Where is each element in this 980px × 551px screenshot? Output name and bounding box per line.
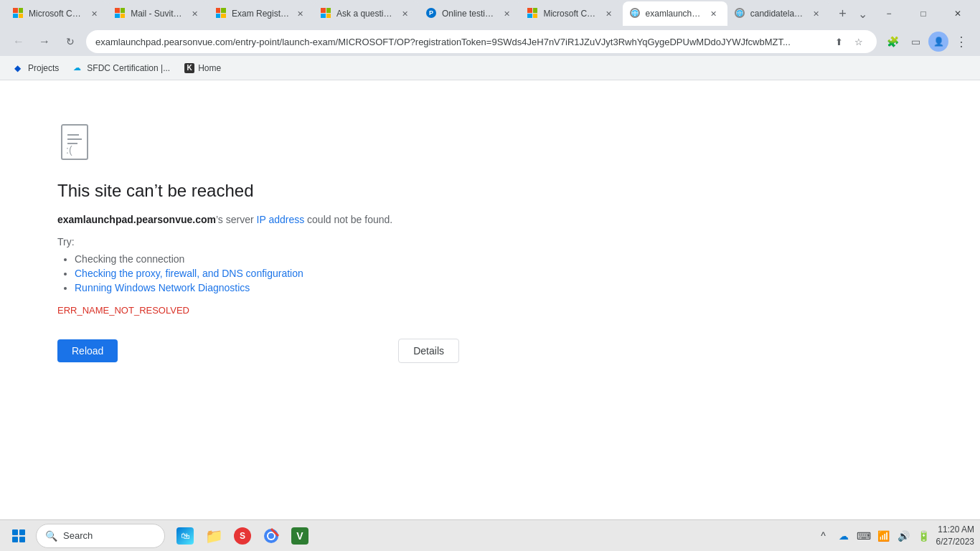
windows-logo-icon <box>12 529 25 542</box>
exam-favicon <box>216 8 227 19</box>
k-favicon: K <box>184 63 194 73</box>
tab-ask[interactable]: Ask a questio... ✕ <box>314 1 419 26</box>
details-button[interactable]: Details <box>398 339 459 363</box>
ip-address-link[interactable]: IP address <box>257 214 305 225</box>
tab-label-2: Mail - Suvith... <box>131 9 184 19</box>
tab-candidatelaunchpad[interactable]: 🌐 candidatelau... ✕ <box>727 1 830 26</box>
tab-label-5: Online testin... <box>442 9 496 19</box>
error-title: This site can’t be reached <box>57 181 459 201</box>
globe-favicon-1: 🌐 <box>630 8 641 19</box>
broken-page-svg: :( <box>57 123 95 161</box>
error-page: :( This site can’t be reached examlaunch… <box>0 80 980 519</box>
tab-mail[interactable]: Mail - Suvith... ✕ <box>108 1 209 26</box>
taskbar-search-box[interactable]: 🔍 Search <box>36 524 165 548</box>
tab-microsoft-ce-1[interactable]: Microsoft Ce... ✕ <box>6 1 108 26</box>
tab-close-4[interactable]: ✕ <box>399 7 412 20</box>
bookmark-projects-label: Projects <box>28 63 59 73</box>
title-bar: Microsoft Ce... ✕ Mail - Suvith... ✕ Exa… <box>0 0 980 27</box>
url-bar[interactable]: examlaunchpad.pearsonvue.com/entry-point… <box>86 30 877 53</box>
maximize-button[interactable]: □ <box>907 2 940 25</box>
tab-close-5[interactable]: ✕ <box>500 7 513 20</box>
keyboard-icon[interactable]: ⌨ <box>856 528 872 544</box>
wifi-icon[interactable]: 📶 <box>876 528 892 544</box>
chrome-browser: Microsoft Ce... ✕ Mail - Suvith... ✕ Exa… <box>0 0 980 80</box>
error-desc-middle: ’s server <box>216 214 257 225</box>
tab-close-7[interactable]: ✕ <box>707 7 720 20</box>
error-desc-end: could not be found. <box>304 214 392 225</box>
taskbar-system-tray: ^ ☁ ⌨ 📶 🔊 🔋 11:20 AM 6/27/2023 <box>816 524 974 548</box>
tab-close-3[interactable]: ✕ <box>293 7 306 20</box>
tab-close-1[interactable]: ✕ <box>88 7 100 20</box>
close-button[interactable]: ✕ <box>941 2 974 25</box>
minimize-button[interactable]: − <box>872 2 905 25</box>
pv-favicon: P <box>426 8 438 19</box>
bookmark-home[interactable]: K Home <box>179 60 227 77</box>
forward-button[interactable]: → <box>34 32 55 52</box>
error-domain: examlaunchpad.pearsonvue.com <box>57 214 216 225</box>
tab-close-6[interactable]: ✕ <box>603 7 616 20</box>
error-description: examlaunchpad.pearsonvue.com’s server IP… <box>57 212 459 227</box>
window-controls: − □ ✕ <box>872 2 974 25</box>
ask-favicon <box>321 8 332 19</box>
taskbar-chrome[interactable] <box>258 523 284 549</box>
new-tab-button[interactable]: + <box>833 4 853 24</box>
system-clock[interactable]: 11:20 AM 6/27/2023 <box>936 524 974 548</box>
svg-text::(: :( <box>66 144 72 156</box>
error-icon: :( <box>57 123 459 164</box>
extensions-puzzle-icon[interactable]: 🧩 <box>882 32 903 52</box>
tab-close-2[interactable]: ✕ <box>189 7 202 20</box>
bookmark-projects[interactable]: ◆ Projects <box>9 60 65 77</box>
action-buttons-row: Reload Details <box>57 339 459 363</box>
error-container: :( This site can’t be reached examlaunch… <box>57 123 459 363</box>
share-icon[interactable]: ⬆ <box>830 33 847 50</box>
clock-time: 11:20 AM <box>936 524 974 536</box>
profile-avatar[interactable]: 👤 <box>928 32 948 52</box>
error-code: ERR_NAME_NOT_RESOLVED <box>57 305 459 316</box>
ms-favicon-2 <box>527 8 539 19</box>
bookmark-star-icon[interactable]: ☆ <box>850 33 867 50</box>
tab-online-testing[interactable]: P Online testin... ✕ <box>419 1 521 26</box>
chrome-menu-button[interactable]: ⋮ <box>951 32 971 52</box>
url-text: examlaunchpad.pearsonvue.com/entry-point… <box>95 37 826 47</box>
suggestions-list: Checking the connection Checking the pro… <box>57 253 459 293</box>
sidebar-icon[interactable]: ▭ <box>905 32 925 52</box>
sfdc-favicon: ☁ <box>73 63 83 73</box>
start-button[interactable] <box>6 523 32 549</box>
search-icon: 🔍 <box>45 530 57 542</box>
url-actions: ⬆ ☆ <box>830 33 867 50</box>
bookmark-sfdc-label: SFDC Certification |... <box>87 63 170 73</box>
system-tray-overflow-icon[interactable]: ^ <box>816 528 831 544</box>
clock-date: 6/27/2023 <box>936 536 974 548</box>
tab-label-3: Exam Registr... <box>232 9 289 19</box>
volume-icon[interactable]: 🔊 <box>896 528 912 544</box>
tab-close-8[interactable]: ✕ <box>810 7 823 20</box>
suggestion-item-1: Checking the connection <box>75 253 459 265</box>
tab-label-1: Microsoft Ce... <box>29 9 83 19</box>
taskbar-app-red[interactable]: S <box>230 523 255 549</box>
tab-microsoft-ce-2[interactable]: Microsoft Ce... ✕ <box>520 1 622 26</box>
battery-icon[interactable]: 🔋 <box>916 528 932 544</box>
reload-button[interactable]: Reload <box>57 339 118 362</box>
bookmarks-bar: ◆ Projects ☁ SFDC Certification |... K H… <box>0 56 980 80</box>
back-button[interactable]: ← <box>9 32 29 52</box>
taskbar-app-v[interactable]: V <box>287 523 313 549</box>
tab-label-7: examlaunchp... <box>646 9 703 19</box>
taskbar-ms-store[interactable]: 🛍 <box>172 523 198 549</box>
tabs-overflow-button[interactable]: ⌄ <box>852 4 872 24</box>
suggestion-link-3[interactable]: Running Windows Network Diagnostics <box>75 282 250 293</box>
suggestion-text-1: Checking the connection <box>75 253 184 265</box>
refresh-button[interactable]: ↻ <box>60 32 80 52</box>
bookmark-home-label: Home <box>198 63 221 73</box>
onedrive-icon[interactable]: ☁ <box>836 528 852 544</box>
tab-label-6: Microsoft Ce... <box>543 9 598 19</box>
bookmark-sfdc[interactable]: ☁ SFDC Certification |... <box>67 60 176 77</box>
suggestion-item-2: Checking the proxy, firewall, and DNS co… <box>75 268 459 279</box>
try-label: Try: <box>57 236 459 248</box>
svg-point-7 <box>268 533 274 539</box>
tab-examlaunchpad[interactable]: 🌐 examlaunchp... ✕ <box>623 1 727 26</box>
taskbar-file-explorer[interactable]: 📁 <box>201 523 227 549</box>
tab-exam-reg[interactable]: Exam Registr... ✕ <box>209 1 314 26</box>
address-bar-row: ← → ↻ examlaunchpad.pearsonvue.com/entry… <box>0 27 980 56</box>
taskbar-app-icons: 🛍 📁 S V <box>172 523 313 549</box>
suggestion-link-2[interactable]: Checking the proxy, firewall, and DNS co… <box>75 268 303 279</box>
